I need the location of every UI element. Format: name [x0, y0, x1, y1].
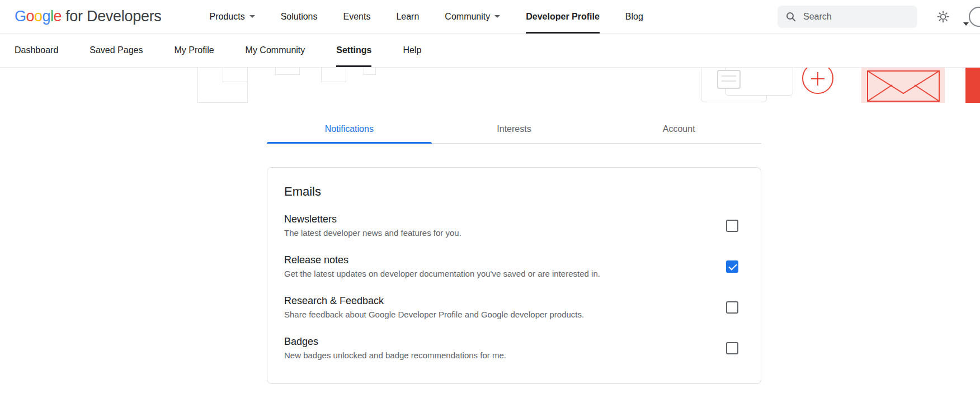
- tab-account[interactable]: Account: [596, 120, 761, 143]
- light-mode-sun-icon: [936, 10, 950, 23]
- nav-item-products[interactable]: Products: [210, 0, 255, 34]
- setting-row-research-feedback: Research & Feedback Share feedback about…: [284, 295, 744, 319]
- settings-tabs: Notifications Interests Account: [267, 120, 761, 144]
- red-bar-decoration: [965, 68, 980, 103]
- nav-item-learn[interactable]: Learn: [396, 0, 419, 34]
- setting-name: Badges: [284, 336, 506, 348]
- header-right: [778, 6, 980, 28]
- nav-item-label: Blog: [625, 12, 643, 22]
- setting-description: The latest developer news and features f…: [284, 228, 461, 238]
- setting-text: Badges New badges unlocked and badge rec…: [284, 336, 506, 360]
- tab-label: Interests: [497, 124, 531, 134]
- nav-item-developer-profile[interactable]: Developer Profile: [526, 0, 600, 34]
- setting-text: Release notes Get the latest updates on …: [284, 254, 600, 278]
- nav-item-label: Learn: [396, 12, 419, 22]
- search-icon: [785, 11, 797, 22]
- setting-text: Research & Feedback Share feedback about…: [284, 295, 584, 319]
- subnav-item-label: Dashboard: [15, 45, 58, 55]
- main-nav: Products Solutions Events Learn Communit…: [210, 0, 643, 34]
- nav-item-blog[interactable]: Blog: [625, 0, 643, 34]
- subnav-item-saved-pages[interactable]: Saved Pages: [89, 34, 143, 67]
- grid-decoration: [275, 68, 300, 75]
- tab-notifications[interactable]: Notifications: [267, 120, 432, 143]
- subnav-item-label: My Community: [246, 45, 305, 55]
- chevron-down-icon: [494, 15, 500, 18]
- setting-text: Newsletters The latest developer news an…: [284, 214, 461, 238]
- logo-letter: o: [26, 8, 35, 25]
- subnav-item-label: Help: [403, 45, 421, 55]
- setting-name: Newsletters: [284, 214, 461, 225]
- plus-circle-icon: [802, 68, 833, 94]
- tab-interests[interactable]: Interests: [432, 120, 597, 143]
- setting-row-badges: Badges New badges unlocked and badge rec…: [284, 336, 744, 360]
- grid-decoration: [223, 68, 248, 82]
- nav-item-label: Developer Profile: [526, 12, 600, 22]
- logo-suffix: for Developers: [65, 8, 161, 25]
- card-title: Emails: [284, 184, 744, 199]
- grid-decoration: [321, 68, 346, 82]
- nav-item-community[interactable]: Community: [445, 0, 500, 34]
- badges-checkbox[interactable]: [726, 342, 738, 354]
- decorative-banner: [0, 68, 980, 103]
- top-header: Google for Developers Products Solutions…: [0, 0, 980, 34]
- profile-sub-nav: Dashboard Saved Pages My Profile My Comm…: [0, 34, 980, 68]
- subnav-item-label: Settings: [336, 45, 371, 55]
- nav-item-solutions[interactable]: Solutions: [281, 0, 318, 34]
- logo-letter: o: [34, 8, 43, 25]
- envelope-icon: [863, 68, 945, 103]
- setting-description: Share feedback about Google Developer Pr…: [284, 310, 584, 319]
- subnav-item-my-profile[interactable]: My Profile: [174, 34, 214, 67]
- logo-letter: G: [15, 8, 26, 25]
- account-menu[interactable]: [969, 7, 980, 27]
- subnav-item-label: Saved Pages: [89, 45, 143, 55]
- search-input[interactable]: [803, 12, 910, 22]
- newsletters-checkbox[interactable]: [726, 220, 738, 232]
- theme-toggle-button[interactable]: [936, 10, 950, 23]
- setting-description: Get the latest updates on developer docu…: [284, 269, 600, 278]
- setting-row-release-notes: Release notes Get the latest updates on …: [284, 254, 744, 278]
- google-logo-text: Google: [15, 8, 62, 25]
- avatar[interactable]: [969, 7, 980, 27]
- subnav-item-my-community[interactable]: My Community: [246, 34, 305, 67]
- chevron-down-icon: [249, 15, 255, 18]
- chevron-down-icon: [963, 22, 969, 26]
- settings-content: Notifications Interests Account Emails N…: [267, 120, 761, 384]
- setting-description: New badges unlocked and badge recommenda…: [284, 350, 506, 360]
- search-box[interactable]: [778, 6, 917, 28]
- google-developers-logo[interactable]: Google for Developers: [15, 8, 162, 25]
- nav-item-label: Events: [343, 12, 371, 22]
- nav-item-label: Community: [445, 12, 490, 22]
- release-notes-checkbox[interactable]: [726, 260, 738, 273]
- subnav-item-label: My Profile: [174, 45, 214, 55]
- setting-name: Release notes: [284, 254, 600, 266]
- tab-label: Account: [663, 124, 695, 134]
- emails-card: Emails Newsletters The latest developer …: [267, 167, 761, 384]
- subnav-item-dashboard[interactable]: Dashboard: [15, 34, 58, 67]
- nav-item-label: Products: [210, 12, 245, 22]
- logo-letter: e: [54, 8, 62, 25]
- grid-decoration: [364, 68, 376, 75]
- notes-icon: [717, 70, 741, 89]
- setting-name: Research & Feedback: [284, 295, 584, 307]
- subnav-item-settings[interactable]: Settings: [336, 34, 371, 67]
- subnav-item-help[interactable]: Help: [403, 34, 421, 67]
- setting-row-newsletters: Newsletters The latest developer news an…: [284, 214, 744, 238]
- nav-item-label: Solutions: [281, 12, 318, 22]
- research-feedback-checkbox[interactable]: [726, 301, 738, 314]
- logo-letter: g: [43, 8, 51, 25]
- tab-label: Notifications: [325, 124, 374, 134]
- nav-item-events[interactable]: Events: [343, 0, 371, 34]
